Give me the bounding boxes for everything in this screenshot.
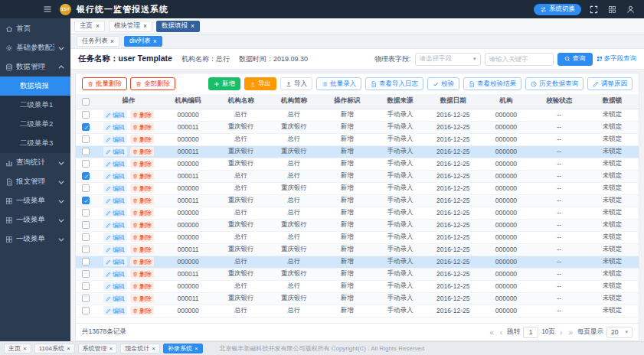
toolbar-right-button-2[interactable]: 导入 xyxy=(280,77,312,90)
bottom-tab-2[interactable]: 系统管理× xyxy=(78,344,118,353)
row-checkbox[interactable] xyxy=(82,172,90,180)
table-row[interactable]: 编辑删除000000总行总行新增手动录入2016-12-25000000--未锁… xyxy=(76,207,639,219)
edit-button[interactable]: 编辑 xyxy=(103,220,127,230)
bottom-tab-4[interactable]: 补录系统× xyxy=(163,344,203,353)
sidebar-item-1[interactable]: 基础参数配置 xyxy=(0,38,70,57)
per-page-select[interactable]: 20 ▾ xyxy=(606,327,633,338)
toolbar-right-button-3[interactable]: 批量录入 xyxy=(316,77,361,90)
edit-button[interactable]: 编辑 xyxy=(103,147,127,156)
close-icon[interactable]: × xyxy=(195,345,198,352)
sidebar-item-0[interactable]: 首页 xyxy=(0,19,70,38)
first-page-button[interactable]: « xyxy=(488,328,495,337)
fullscreen-icon[interactable] xyxy=(587,3,600,15)
sidebar-item-8[interactable]: 报文管理 xyxy=(0,172,70,191)
table-row[interactable]: 编辑删除000011重庆银行重庆银行新增手动录入2016-12-25000000… xyxy=(76,243,639,256)
close-icon[interactable]: × xyxy=(153,37,157,45)
table-row[interactable]: 编辑删除000000总行总行新增手动录入2016-12-25000000--未锁… xyxy=(76,231,639,243)
tab-1[interactable]: 模块管理× xyxy=(109,21,152,32)
toolbar-right-button-8[interactable]: 调整原因 xyxy=(587,77,633,90)
multi-field-link[interactable]: 多字段查询 xyxy=(597,54,637,64)
delete-button[interactable]: 删除 xyxy=(130,208,154,217)
row-checkbox[interactable] xyxy=(82,270,90,278)
system-switch-button[interactable]: 系统切换 xyxy=(534,4,581,15)
delete-button[interactable]: 删除 xyxy=(130,122,154,132)
close-icon[interactable]: × xyxy=(96,23,100,30)
edit-button[interactable]: 编辑 xyxy=(103,135,127,144)
table-row[interactable]: 编辑删除000011重庆银行重庆银行新增手动录入2016-12-25000000… xyxy=(76,268,639,280)
toolbar-right-button-1[interactable]: 导出 xyxy=(244,77,276,90)
toolbar-left-button-0[interactable]: 批量删除 xyxy=(82,77,127,90)
edit-button[interactable]: 编辑 xyxy=(103,306,127,315)
table-row[interactable]: 编辑删除000000总行总行新增手动录入2016-12-25000000--未锁… xyxy=(76,133,639,145)
user-icon[interactable] xyxy=(624,3,636,15)
delete-button[interactable]: 删除 xyxy=(130,269,154,278)
row-checkbox[interactable] xyxy=(82,295,90,302)
toolbar-right-button-7[interactable]: 历史数据查询 xyxy=(525,77,584,90)
edit-button[interactable]: 编辑 xyxy=(103,196,127,205)
select-all-checkbox[interactable] xyxy=(82,98,90,106)
close-icon[interactable]: × xyxy=(23,345,27,352)
sidebar-item-11[interactable]: 一级菜单 xyxy=(0,230,70,249)
toolbar-right-button-0[interactable]: 新增 xyxy=(208,77,240,90)
close-icon[interactable]: × xyxy=(110,37,114,45)
delete-button[interactable]: 删除 xyxy=(130,135,154,144)
edit-button[interactable]: 编辑 xyxy=(103,245,127,254)
delete-button[interactable]: 删除 xyxy=(130,196,154,205)
keyword-input[interactable] xyxy=(485,53,554,66)
sidebar-item-9[interactable]: 一级菜单 xyxy=(0,191,70,210)
row-checkbox[interactable] xyxy=(82,184,90,192)
row-checkbox[interactable] xyxy=(82,148,90,155)
close-icon[interactable]: × xyxy=(110,345,113,352)
last-page-button[interactable]: » xyxy=(567,328,574,337)
field-select[interactable]: 请选择字段 ▾ xyxy=(415,53,481,66)
sidebar-subitem-5[interactable]: 二级菜单2 xyxy=(0,115,70,134)
row-checkbox[interactable] xyxy=(82,209,90,217)
table-row[interactable]: 编辑删除000011总行总行新增手动录入2016-12-25000000--未锁… xyxy=(76,170,639,182)
next-page-button[interactable]: › xyxy=(558,328,564,337)
table-row[interactable]: 编辑删除000000总行总行新增手动录入2016-12-25000000--未锁… xyxy=(76,305,639,317)
tab-0[interactable]: 主页× xyxy=(74,21,105,32)
delete-button[interactable]: 删除 xyxy=(130,294,154,303)
close-icon[interactable]: × xyxy=(67,345,70,352)
sub-tab-0[interactable]: 任务列表× xyxy=(77,36,119,47)
edit-button[interactable]: 编辑 xyxy=(103,282,127,291)
edit-button[interactable]: 编辑 xyxy=(103,269,127,278)
sidebar-item-10[interactable]: 一级菜单 xyxy=(0,210,70,230)
tab-2[interactable]: 数据填报× xyxy=(156,21,200,32)
delete-button[interactable]: 删除 xyxy=(130,245,154,254)
row-checkbox[interactable] xyxy=(82,246,90,253)
search-button[interactable]: 查询 xyxy=(557,53,593,66)
delete-button[interactable]: 删除 xyxy=(130,233,154,242)
edit-button[interactable]: 编辑 xyxy=(103,110,127,119)
bottom-tab-3[interactable]: 现金统计× xyxy=(120,344,160,353)
delete-button[interactable]: 删除 xyxy=(130,147,154,156)
table-row[interactable]: 编辑删除000000重庆银行总行新增手动录入2016-12-25000000--… xyxy=(76,158,639,170)
edit-button[interactable]: 编辑 xyxy=(103,208,127,217)
delete-button[interactable]: 删除 xyxy=(130,171,154,181)
bottom-tab-0[interactable]: 主页× xyxy=(4,344,31,353)
sidebar-subitem-3[interactable]: 数据填报 xyxy=(0,77,70,96)
edit-button[interactable]: 编辑 xyxy=(103,257,127,266)
delete-button[interactable]: 删除 xyxy=(130,184,154,193)
row-checkbox[interactable] xyxy=(82,111,90,119)
row-checkbox[interactable] xyxy=(82,160,90,168)
edit-button[interactable]: 编辑 xyxy=(103,233,127,242)
table-row[interactable]: 编辑删除000000总行总行新增手动录入2016-12-25000000--未锁… xyxy=(76,280,639,292)
table-row[interactable]: 编辑删除000000总行重庆银行新增手动录入2016-12-25000000--… xyxy=(76,182,639,194)
row-checkbox[interactable] xyxy=(82,123,90,131)
delete-button[interactable]: 删除 xyxy=(130,110,154,119)
bottom-tab-1[interactable]: 1104系统× xyxy=(34,344,75,353)
row-checkbox[interactable] xyxy=(82,221,90,229)
row-checkbox[interactable] xyxy=(82,135,90,143)
delete-button[interactable]: 删除 xyxy=(130,220,154,230)
row-checkbox[interactable] xyxy=(82,233,90,241)
table-row[interactable]: 编辑删除000011重庆银行总行新增手动录入2016-12-25000000--… xyxy=(76,194,639,207)
toolbar-left-button-1[interactable]: 全部删除 xyxy=(130,77,175,90)
table-row[interactable]: 编辑删除000011重庆银行重庆银行新增手动录入2016-12-25000000… xyxy=(76,145,639,158)
row-checkbox[interactable] xyxy=(82,197,90,204)
toolbar-right-button-6[interactable]: 查看校验结果 xyxy=(463,77,521,90)
delete-button[interactable]: 删除 xyxy=(130,282,154,291)
delete-button[interactable]: 删除 xyxy=(130,306,154,315)
row-checkbox[interactable] xyxy=(82,307,90,314)
edit-button[interactable]: 编辑 xyxy=(103,171,127,181)
